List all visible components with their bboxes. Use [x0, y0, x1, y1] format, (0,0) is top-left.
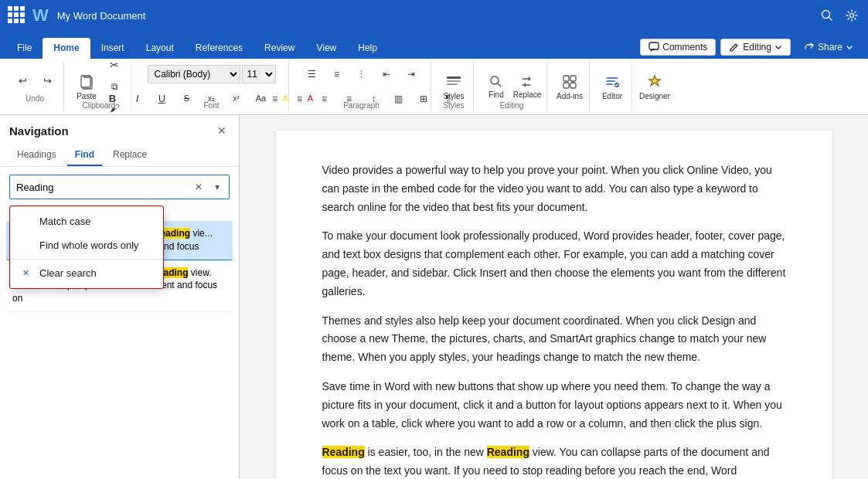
- editing-button[interactable]: Editing: [720, 39, 791, 56]
- search-box: ✕ ▾: [9, 175, 230, 199]
- underline-button[interactable]: U: [151, 88, 174, 108]
- word-logo: W: [32, 5, 48, 25]
- tab-review[interactable]: Review: [254, 38, 305, 59]
- ribbon-tabs: File Home Insert Layout References Revie…: [0, 31, 868, 59]
- main-area: Navigation ✕ Headings Find Replace ✕ ▾ M…: [0, 115, 868, 479]
- tab-view[interactable]: View: [305, 38, 347, 59]
- tab-layout[interactable]: Layout: [135, 38, 185, 59]
- editor-label: Editor: [602, 92, 622, 100]
- designer-group: Designer: [635, 62, 674, 111]
- undo-label: Undo: [26, 94, 44, 103]
- toolbar: ↩ ↪ Undo Paste ✂ ⧉ 🖌 Clipboard Calibri (…: [0, 59, 868, 115]
- increase-indent-button[interactable]: ⇥: [400, 64, 423, 84]
- find-button[interactable]: Find: [482, 67, 511, 106]
- font-label: Font: [203, 101, 219, 110]
- superscript-button[interactable]: x²: [225, 88, 248, 108]
- undo-button[interactable]: ↩: [11, 71, 34, 91]
- share-button[interactable]: Share: [795, 39, 862, 56]
- tab-help[interactable]: Help: [347, 38, 388, 59]
- undo-redo-group: ↩ ↪ Undo: [6, 62, 64, 111]
- editing-group: Find Replace Editing: [477, 62, 547, 111]
- match-case-item[interactable]: Match case: [10, 209, 163, 233]
- clear-search-icon[interactable]: ✕: [190, 178, 207, 195]
- paragraph-label: Paragraph: [343, 101, 380, 110]
- tab-references[interactable]: References: [185, 38, 254, 59]
- title-bar: W My Word Document: [0, 0, 868, 31]
- search-options-icon[interactable]: ▾: [209, 178, 226, 195]
- paste-button[interactable]: Paste: [72, 67, 101, 106]
- search-dropdown: Match case Find whole words only ✕ Clear…: [9, 206, 164, 289]
- cut-button[interactable]: ✂: [103, 55, 126, 75]
- search-actions: ✕ ▾: [190, 178, 226, 195]
- svg-rect-14: [570, 83, 576, 88]
- clear-search-label: Clear search: [39, 267, 97, 279]
- doc-para-5: Reading is easier, too, in the new Readi…: [322, 443, 786, 479]
- font-selector[interactable]: Calibri (Body): [148, 65, 240, 83]
- ribbon-right-actions: Comments Editing Share: [640, 39, 862, 59]
- comments-label: Comments: [662, 42, 707, 53]
- clear-search-item[interactable]: ✕ Clear search: [10, 261, 163, 285]
- align-right-button[interactable]: ≡: [313, 89, 336, 109]
- doc-text-1: is easier, too, in the new: [365, 446, 487, 458]
- italic-button[interactable]: I: [126, 88, 149, 108]
- document-page: Video provides a powerful way to help yo…: [276, 131, 832, 479]
- svg-rect-7: [447, 80, 461, 82]
- svg-rect-11: [563, 76, 569, 81]
- nav-tab-find[interactable]: Find: [67, 144, 102, 166]
- svg-line-1: [829, 18, 832, 21]
- tab-file[interactable]: File: [6, 38, 43, 59]
- share-label: Share: [818, 42, 842, 53]
- align-center-button[interactable]: ≡: [288, 89, 311, 109]
- shading-button[interactable]: ▥: [387, 89, 410, 109]
- svg-rect-6: [447, 76, 461, 79]
- doc-para-4: Save time in Word with new buttons that …: [322, 378, 786, 433]
- editor-button[interactable]: Editor: [597, 67, 627, 106]
- svg-line-10: [498, 83, 501, 87]
- doc-highlight-reading2: Reading: [487, 446, 529, 458]
- multilevel-button[interactable]: ⋮: [350, 64, 373, 84]
- document-title: My Word Document: [57, 10, 146, 22]
- editing-group-label: Editing: [500, 101, 524, 110]
- waffle-icon[interactable]: [8, 6, 26, 25]
- bullets-button[interactable]: ☰: [301, 64, 324, 84]
- nav-tabs: Headings Find Replace: [0, 144, 239, 167]
- styles-button[interactable]: Styles: [439, 67, 468, 106]
- replace-button[interactable]: Replace: [512, 67, 542, 106]
- svg-rect-3: [649, 42, 659, 49]
- numbering-button[interactable]: ≡: [325, 64, 349, 84]
- editing-label: Editing: [743, 42, 771, 53]
- whole-words-item[interactable]: Find whole words only: [10, 233, 163, 257]
- nav-tab-headings[interactable]: Headings: [9, 144, 64, 166]
- borders-button[interactable]: ⊞: [412, 89, 435, 109]
- strikethrough-button[interactable]: S: [175, 88, 199, 108]
- search-icon[interactable]: [819, 7, 836, 24]
- paste-label: Paste: [77, 92, 97, 100]
- align-left-button[interactable]: ≡: [264, 89, 287, 109]
- styles-group: Styles Styles: [434, 62, 474, 111]
- replace-label: Replace: [513, 90, 542, 99]
- addins-group: Add-ins: [550, 62, 590, 111]
- redo-button[interactable]: ↪: [36, 71, 59, 91]
- find-label: Find: [488, 90, 503, 99]
- bold-button[interactable]: B: [101, 88, 124, 108]
- whole-words-label: Find whole words only: [39, 240, 139, 251]
- nav-close-button[interactable]: ✕: [214, 123, 230, 138]
- settings-icon[interactable]: [843, 7, 860, 24]
- styles-label: Styles: [443, 92, 464, 100]
- nav-search-area: ✕ ▾ Match case Find whole words only ✕ C…: [0, 167, 239, 207]
- svg-rect-13: [563, 83, 569, 88]
- svg-rect-12: [570, 76, 576, 81]
- document-area[interactable]: Video provides a powerful way to help yo…: [240, 115, 868, 479]
- nav-tab-replace[interactable]: Replace: [105, 144, 155, 166]
- nav-header: Navigation ✕: [0, 115, 239, 144]
- menu-divider: [10, 259, 163, 260]
- comments-button[interactable]: Comments: [640, 39, 716, 56]
- addins-label: Add-ins: [557, 92, 583, 100]
- match-case-label: Match case: [39, 216, 90, 227]
- doc-para-3: Themes and styles also help keep your do…: [322, 312, 786, 367]
- svg-point-2: [850, 14, 854, 18]
- addins-button[interactable]: Add-ins: [555, 67, 584, 106]
- designer-button[interactable]: Designer: [640, 67, 669, 106]
- decrease-indent-button[interactable]: ⇤: [375, 64, 398, 84]
- font-size-selector[interactable]: 11: [242, 65, 276, 83]
